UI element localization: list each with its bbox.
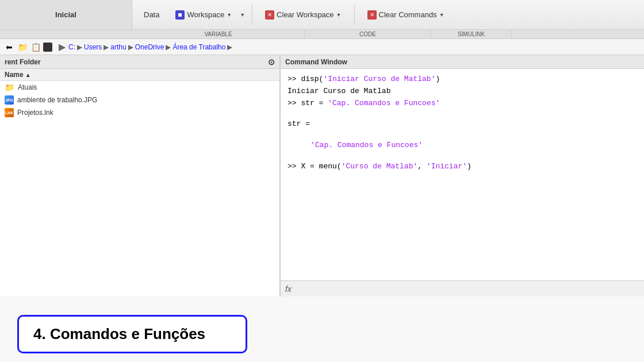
cmd-string-2: 'Cap. Comandos e Funcoes' bbox=[328, 99, 440, 107]
variable-section-label: VARIABLE bbox=[132, 30, 305, 38]
bc-sep-2: ▶ bbox=[103, 43, 109, 51]
cmd-output-1: Iniciar Curso de Matlab bbox=[288, 86, 637, 98]
cmd-sep: , bbox=[417, 162, 427, 171]
toolbar-divider bbox=[252, 5, 252, 25]
cmd-close-2: ) bbox=[467, 162, 471, 171]
clipboard-icon[interactable]: 📋 bbox=[30, 41, 41, 53]
folder-name: Atuais bbox=[18, 83, 37, 91]
cmd-string-3: 'Curso de Matlab' bbox=[342, 162, 418, 171]
bc-users[interactable]: Users bbox=[84, 43, 102, 51]
folder-icon[interactable]: 📁 bbox=[17, 41, 28, 53]
jpg-file-icon: JPG bbox=[5, 95, 14, 105]
bc-arthu[interactable]: arthu bbox=[110, 43, 126, 51]
clear-commands-button[interactable]: ✕ Clear Commands ▼ bbox=[362, 8, 450, 22]
data-button[interactable]: Data bbox=[138, 8, 165, 21]
blank-line-3 bbox=[288, 152, 637, 161]
clear-commands-dropdown-icon: ▼ bbox=[439, 12, 444, 18]
file-name: Projetos.lnk bbox=[17, 109, 53, 117]
workspace-icon bbox=[175, 10, 185, 20]
command-window-header: Command Window bbox=[281, 55, 644, 69]
bc-c-drive[interactable]: C: bbox=[68, 43, 75, 51]
svg-rect-1 bbox=[178, 13, 182, 17]
workspace-label: Workspace bbox=[187, 10, 224, 19]
clear-workspace-label: Clear Workspace bbox=[277, 10, 334, 19]
cmd-line-1: >> disp('Iniciar Curso de Matlab') bbox=[288, 74, 637, 86]
prompt-symbol-2: >> bbox=[288, 99, 301, 107]
slide-title: 4. Comandos e Funções bbox=[33, 325, 205, 342]
cmd-string-output: 'Cap. Comandos e Funcoes' bbox=[310, 141, 423, 149]
workspace-button[interactable]: Workspace ▼ bbox=[170, 8, 237, 22]
toolbar-divider-2 bbox=[354, 5, 355, 25]
panel-expand-icon[interactable]: ⊙ bbox=[268, 57, 275, 67]
main-area: rent Folder ⊙ Name ▲ 📁 Atuais JPG ambien… bbox=[0, 55, 644, 296]
cmd-string-4: 'Iniciar' bbox=[427, 162, 467, 171]
blank-line-1 bbox=[288, 109, 637, 118]
prompt-symbol: >> bbox=[288, 75, 301, 83]
cmd-output-2: str = bbox=[288, 118, 637, 130]
list-item[interactable]: 📁 Atuais bbox=[0, 81, 279, 94]
bc-sep-1: ▶ bbox=[77, 43, 82, 51]
black-square-icon bbox=[43, 43, 52, 52]
cmd-line-3: >> X = menu('Curso de Matlab', 'Iniciar'… bbox=[288, 161, 637, 173]
slide-box: 4. Comandos e Funções bbox=[17, 315, 247, 353]
command-window-content[interactable]: >> disp('Iniciar Curso de Matlab') Inici… bbox=[281, 69, 644, 280]
current-folder-header: rent Folder ⊙ bbox=[0, 55, 279, 69]
right-panel: Command Window >> disp('Iniciar Curso de… bbox=[281, 55, 644, 296]
code-section-label: CODE bbox=[305, 30, 431, 38]
toolbar-right: Data Workspace ▼ ▼ ✕ Clear Workspace ▼ ✕… bbox=[132, 0, 644, 29]
breadcrumb-icons: ⬅ 📁 📋 bbox=[3, 41, 52, 53]
bc-sep-5: ▶ bbox=[227, 43, 232, 51]
bc-area-trabalho[interactable]: Área de Trabalho bbox=[172, 43, 225, 51]
left-panel: rent Folder ⊙ Name ▲ 📁 Atuais JPG ambien… bbox=[0, 55, 281, 296]
list-item[interactable]: LNK Projetos.lnk bbox=[0, 106, 279, 119]
cmd-code: disp( bbox=[301, 75, 323, 83]
breadcrumb-arrow: ▶ bbox=[59, 41, 66, 52]
blank-line-2 bbox=[288, 130, 637, 140]
clear-commands-icon: ✕ bbox=[367, 10, 377, 20]
list-item[interactable]: JPG ambiente de trabalho.JPG bbox=[0, 94, 279, 106]
file-list-header: Name ▲ bbox=[0, 69, 279, 81]
bottom-area: 4. Comandos e Funções bbox=[0, 296, 644, 362]
cmd-output-3: 'Cap. Comandos e Funcoes' bbox=[288, 140, 637, 152]
file-list: 📁 Atuais JPG ambiente de trabalho.JPG LN… bbox=[0, 81, 279, 296]
cmd-code-3: X = menu( bbox=[301, 162, 341, 171]
command-window-title: Command Window bbox=[285, 58, 347, 66]
workspace-dropdown-icon: ▼ bbox=[227, 12, 232, 18]
bc-onedrive[interactable]: OneDrive bbox=[135, 43, 164, 51]
name-column-header: Name bbox=[5, 71, 24, 79]
bc-sep-3: ▶ bbox=[128, 43, 133, 51]
section-labels: VARIABLE CODE SIMULINK bbox=[0, 30, 644, 39]
simulink-section-label: SIMULINK bbox=[431, 30, 512, 38]
cmd-line-2: >> str = 'Cap. Comandos e Funcoes' bbox=[288, 98, 637, 110]
cmd-string-1: 'Iniciar Curso de Matlab' bbox=[323, 75, 435, 83]
clear-workspace-icon: ✕ bbox=[265, 10, 274, 20]
lnk-file-icon: LNK bbox=[5, 108, 14, 117]
folder-icon: 📁 bbox=[5, 83, 14, 92]
cmd-close: ) bbox=[435, 75, 440, 83]
prompt-symbol-3: >> bbox=[288, 162, 301, 171]
back-icon[interactable]: ⬅ bbox=[3, 41, 15, 53]
fx-bar: fx bbox=[281, 280, 644, 296]
bc-sep-4: ▶ bbox=[166, 43, 171, 51]
file-name: ambiente de trabalho.JPG bbox=[17, 96, 97, 104]
clear-commands-label: Clear Commands bbox=[379, 10, 437, 19]
clear-workspace-dropdown-icon: ▼ bbox=[336, 12, 342, 18]
current-folder-title: rent Folder bbox=[5, 58, 41, 66]
toolbar: Inicial Data Workspace ▼ ▼ ✕ Clear Works… bbox=[0, 0, 644, 30]
iniciar-tab[interactable]: Inicial bbox=[0, 0, 132, 29]
breadcrumb-bar: ⬅ 📁 📋 ▶ C: ▶ Users ▶ arthu ▶ OneDrive ▶ … bbox=[0, 39, 644, 55]
cmd-code-2: str = bbox=[301, 99, 328, 107]
breadcrumb-path: C: ▶ Users ▶ arthu ▶ OneDrive ▶ Área de … bbox=[68, 43, 233, 51]
clear-workspace-button[interactable]: ✕ Clear Workspace ▼ bbox=[259, 8, 347, 22]
fx-label: fx bbox=[285, 284, 292, 294]
data-label: Data bbox=[144, 10, 159, 19]
sort-arrow-icon: ▲ bbox=[25, 72, 31, 78]
workspace-extra-arrow: ▼ bbox=[240, 12, 245, 18]
iniciar-label: Inicial bbox=[55, 10, 76, 19]
